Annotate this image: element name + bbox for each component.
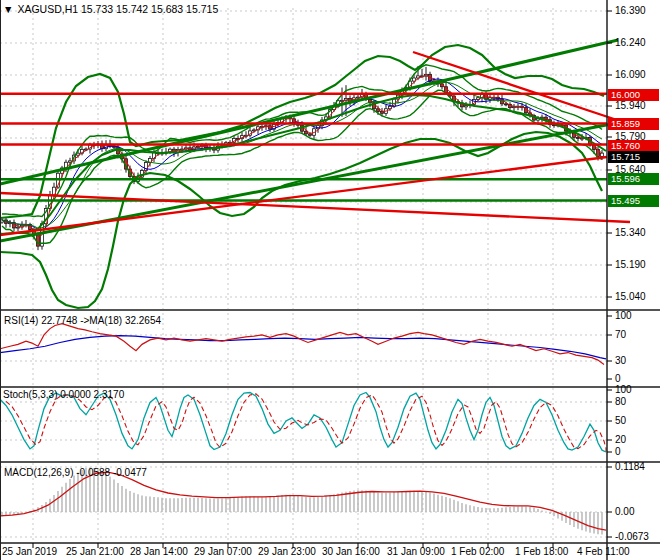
time-axis-label: 4 Feb 11:00 bbox=[577, 546, 630, 557]
time-axis-label: 31 Jan 09:00 bbox=[387, 546, 445, 557]
rsi-axis-label: 0 bbox=[615, 373, 621, 384]
price-axis-label: 16.390 bbox=[615, 5, 646, 16]
stoch-axis-label: 50 bbox=[615, 415, 626, 426]
price-axis-label: 15.940 bbox=[615, 100, 646, 111]
stoch-axis-label: 0 bbox=[615, 446, 621, 457]
time-axis-label: 1 Feb 18:00 bbox=[515, 546, 568, 557]
time-axis-label: 25 Jan 2019 bbox=[2, 546, 57, 557]
price-axis-label: 16.240 bbox=[615, 37, 646, 48]
price-level-badge: 16.000 bbox=[608, 89, 659, 101]
macd-axis-label: 0.1184 bbox=[615, 461, 645, 472]
rsi-indicator-label: RSI(14) 22.7748 ->MA(18) 32.2654 bbox=[4, 315, 161, 326]
symbol-dropdown-marker[interactable]: ▼ bbox=[3, 3, 13, 15]
macd-indicator-label: MACD(12,26,9) -0.0588 -0.0477 bbox=[4, 467, 147, 478]
stoch-axis-label: 100 bbox=[615, 384, 632, 395]
price-level-badge: 15.859 bbox=[608, 118, 659, 130]
chart-title-row: ▼XAGUSD,H1 15.733 15.742 15.683 15.715 bbox=[3, 3, 218, 15]
mt4-chart-window: { "window": { "marker": "▼", "title": "X… bbox=[0, 0, 660, 560]
macd-axis-label: 0.00 bbox=[615, 506, 634, 517]
stoch-indicator-label: Stoch(5,3,3) 0.0000 2.3170 bbox=[3, 389, 124, 400]
price-level-badge: 15.715 bbox=[608, 151, 659, 163]
price-level-badge: 15.596 bbox=[608, 173, 659, 185]
rsi-axis-label: 30 bbox=[615, 355, 626, 366]
price-level-badge: 15.495 bbox=[608, 195, 659, 207]
price-axis-label: 15.040 bbox=[615, 291, 646, 302]
time-axis-label: 25 Jan 21:00 bbox=[66, 546, 124, 557]
time-axis-label: 29 Jan 07:00 bbox=[194, 546, 252, 557]
price-axis-label: 15.190 bbox=[615, 259, 646, 270]
chart-title: XAGUSD,H1 15.733 15.742 15.683 15.715 bbox=[17, 3, 218, 15]
macd-axis-label: -0.0673 bbox=[615, 531, 649, 542]
time-axis-label: 29 Jan 23:00 bbox=[258, 546, 316, 557]
time-axis-label: 1 Feb 02:00 bbox=[451, 546, 504, 557]
price-axis-label: 15.340 bbox=[615, 227, 646, 238]
rsi-axis-label: 100 bbox=[615, 310, 632, 321]
rsi-axis-label: 70 bbox=[615, 329, 626, 340]
time-axis-label: 28 Jan 14:00 bbox=[130, 546, 188, 557]
stoch-axis-label: 20 bbox=[615, 434, 626, 445]
stoch-axis-label: 80 bbox=[615, 396, 626, 407]
price-axis-label: 16.090 bbox=[615, 69, 646, 80]
time-axis-label: 30 Jan 16:00 bbox=[322, 546, 380, 557]
